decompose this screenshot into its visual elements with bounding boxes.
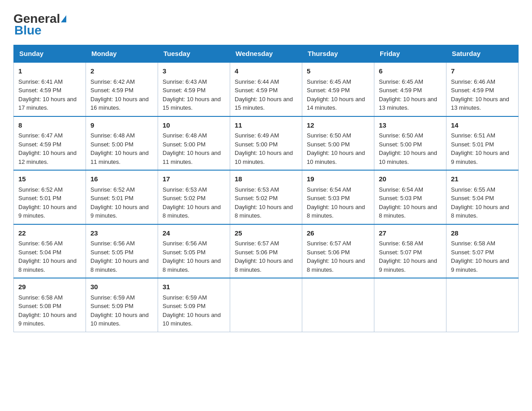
calendar-cell: 23 Sunrise: 6:56 AM Sunset: 5:05 PM Dayl… — [86, 224, 158, 278]
sunrise-label: Sunrise: 6:49 AM — [235, 132, 279, 139]
day-number: 20 — [379, 174, 442, 184]
daylight-label: Daylight: 10 hours and 16 minutes. — [90, 96, 149, 111]
daylight-label: Daylight: 10 hours and 10 minutes. — [90, 312, 149, 327]
daylight-label: Daylight: 10 hours and 9 minutes. — [451, 150, 509, 165]
sunset-label: Sunset: 4:59 PM — [379, 87, 422, 94]
col-header-sunday: Sunday — [14, 45, 86, 63]
daylight-label: Daylight: 10 hours and 8 minutes. — [235, 204, 293, 219]
daylight-label: Daylight: 10 hours and 8 minutes. — [163, 204, 221, 219]
calendar-week-row: 22 Sunrise: 6:56 AM Sunset: 5:04 PM Dayl… — [14, 224, 519, 278]
daylight-label: Daylight: 10 hours and 10 minutes. — [235, 150, 293, 165]
day-number: 11 — [235, 120, 297, 131]
sunrise-label: Sunrise: 6:55 AM — [451, 186, 495, 193]
calendar-cell: 8 Sunrise: 6:47 AM Sunset: 4:59 PM Dayli… — [14, 116, 86, 171]
calendar-cell: 21 Sunrise: 6:55 AM Sunset: 5:04 PM Dayl… — [446, 170, 519, 224]
sunset-label: Sunset: 4:59 PM — [163, 87, 206, 94]
daylight-label: Daylight: 10 hours and 9 minutes. — [90, 204, 149, 219]
sunset-label: Sunset: 4:59 PM — [451, 87, 494, 94]
daylight-label: Daylight: 10 hours and 13 minutes. — [451, 96, 509, 111]
calendar-cell: 25 Sunrise: 6:57 AM Sunset: 5:06 PM Dayl… — [230, 224, 302, 278]
daylight-label: Daylight: 10 hours and 9 minutes. — [379, 257, 437, 273]
calendar-header-row: SundayMondayTuesdayWednesdayThursdayFrid… — [14, 45, 519, 63]
calendar-week-row: 29 Sunrise: 6:58 AM Sunset: 5:08 PM Dayl… — [14, 278, 519, 332]
daylight-label: Daylight: 10 hours and 12 minutes. — [18, 150, 77, 165]
sunrise-label: Sunrise: 6:48 AM — [90, 132, 135, 139]
calendar-cell: 13 Sunrise: 6:50 AM Sunset: 5:00 PM Dayl… — [374, 116, 446, 171]
sunrise-label: Sunrise: 6:56 AM — [18, 240, 63, 247]
day-number: 22 — [18, 228, 81, 239]
daylight-label: Daylight: 10 hours and 15 minutes. — [163, 96, 221, 111]
calendar-week-row: 15 Sunrise: 6:52 AM Sunset: 5:01 PM Dayl… — [14, 170, 519, 224]
day-number: 7 — [451, 66, 514, 77]
sunset-label: Sunset: 5:01 PM — [451, 141, 494, 148]
day-number: 6 — [379, 66, 442, 77]
calendar-cell: 11 Sunrise: 6:49 AM Sunset: 5:00 PM Dayl… — [230, 116, 302, 171]
sunrise-label: Sunrise: 6:43 AM — [163, 78, 207, 85]
col-header-tuesday: Tuesday — [158, 45, 230, 63]
col-header-thursday: Thursday — [302, 45, 374, 63]
sunrise-label: Sunrise: 6:56 AM — [90, 240, 135, 247]
calendar-week-row: 1 Sunrise: 6:41 AM Sunset: 4:59 PM Dayli… — [14, 62, 519, 116]
sunset-label: Sunset: 4:59 PM — [18, 141, 61, 148]
day-number: 15 — [18, 174, 81, 184]
logo-blue: Blue — [14, 23, 42, 38]
calendar-cell: 6 Sunrise: 6:45 AM Sunset: 4:59 PM Dayli… — [374, 62, 446, 116]
daylight-label: Daylight: 10 hours and 8 minutes. — [18, 257, 77, 273]
day-number: 27 — [379, 228, 442, 239]
day-number: 23 — [90, 228, 153, 239]
daylight-label: Daylight: 10 hours and 8 minutes. — [451, 204, 509, 219]
day-number: 13 — [379, 120, 442, 131]
daylight-label: Daylight: 10 hours and 9 minutes. — [451, 257, 509, 273]
sunset-label: Sunset: 5:02 PM — [163, 195, 206, 201]
sunrise-label: Sunrise: 6:48 AM — [163, 132, 207, 139]
calendar-cell — [302, 278, 374, 332]
sunrise-label: Sunrise: 6:58 AM — [18, 294, 63, 301]
sunrise-label: Sunrise: 6:57 AM — [235, 240, 279, 247]
daylight-label: Daylight: 10 hours and 8 minutes. — [307, 257, 365, 273]
sunset-label: Sunset: 5:03 PM — [307, 195, 350, 201]
calendar-cell: 5 Sunrise: 6:45 AM Sunset: 4:59 PM Dayli… — [302, 62, 374, 116]
sunset-label: Sunset: 5:06 PM — [307, 249, 350, 256]
daylight-label: Daylight: 10 hours and 8 minutes. — [235, 257, 293, 273]
sunset-label: Sunset: 5:09 PM — [90, 303, 133, 309]
daylight-label: Daylight: 10 hours and 8 minutes. — [163, 257, 221, 273]
day-number: 12 — [307, 120, 369, 131]
sunrise-label: Sunrise: 6:46 AM — [451, 78, 495, 85]
day-number: 18 — [235, 174, 297, 184]
daylight-label: Daylight: 10 hours and 11 minutes. — [163, 150, 221, 165]
day-number: 25 — [235, 228, 297, 239]
sunset-label: Sunset: 4:59 PM — [18, 87, 61, 94]
sunrise-label: Sunrise: 6:42 AM — [90, 78, 135, 85]
calendar-cell: 10 Sunrise: 6:48 AM Sunset: 5:00 PM Dayl… — [158, 116, 230, 171]
calendar-cell: 27 Sunrise: 6:58 AM Sunset: 5:07 PM Dayl… — [374, 224, 446, 278]
daylight-label: Daylight: 10 hours and 13 minutes. — [379, 96, 437, 111]
sunset-label: Sunset: 5:03 PM — [379, 195, 422, 201]
sunrise-label: Sunrise: 6:59 AM — [163, 294, 207, 301]
daylight-label: Daylight: 10 hours and 14 minutes. — [307, 96, 365, 111]
day-number: 3 — [163, 66, 225, 77]
sunset-label: Sunset: 5:04 PM — [451, 195, 494, 201]
sunrise-label: Sunrise: 6:44 AM — [235, 78, 279, 85]
day-number: 2 — [90, 66, 153, 77]
calendar-cell — [374, 278, 446, 332]
sunrise-label: Sunrise: 6:50 AM — [379, 132, 423, 139]
day-number: 10 — [163, 120, 225, 131]
calendar-cell: 24 Sunrise: 6:56 AM Sunset: 5:05 PM Dayl… — [158, 224, 230, 278]
calendar-cell: 9 Sunrise: 6:48 AM Sunset: 5:00 PM Dayli… — [86, 116, 158, 171]
day-number: 5 — [307, 66, 369, 77]
sunrise-label: Sunrise: 6:54 AM — [379, 186, 423, 193]
col-header-saturday: Saturday — [446, 45, 519, 63]
calendar-cell: 31 Sunrise: 6:59 AM Sunset: 5:09 PM Dayl… — [158, 278, 230, 332]
daylight-label: Daylight: 10 hours and 8 minutes. — [307, 204, 365, 219]
calendar-cell — [230, 278, 302, 332]
sunrise-label: Sunrise: 6:50 AM — [307, 132, 351, 139]
calendar-cell — [446, 278, 519, 332]
calendar-cell: 20 Sunrise: 6:54 AM Sunset: 5:03 PM Dayl… — [374, 170, 446, 224]
sunset-label: Sunset: 5:00 PM — [163, 141, 206, 148]
daylight-label: Daylight: 10 hours and 8 minutes. — [90, 257, 149, 273]
calendar-cell: 19 Sunrise: 6:54 AM Sunset: 5:03 PM Dayl… — [302, 170, 374, 224]
sunset-label: Sunset: 5:05 PM — [163, 249, 206, 256]
sunrise-label: Sunrise: 6:58 AM — [379, 240, 423, 247]
daylight-label: Daylight: 10 hours and 10 minutes. — [307, 150, 365, 165]
daylight-label: Daylight: 10 hours and 10 minutes. — [163, 312, 221, 327]
